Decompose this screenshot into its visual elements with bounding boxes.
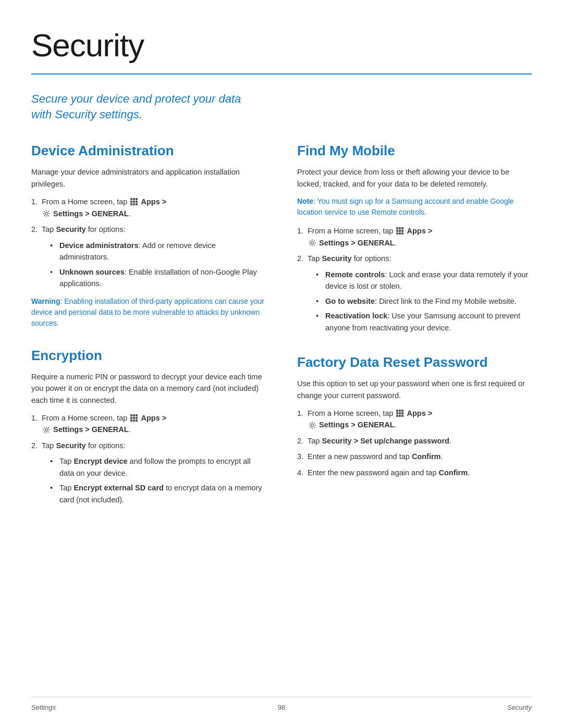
apps-label: Apps > bbox=[141, 198, 166, 206]
factory-reset-step-2: 2. Tap Security > Set up/change password… bbox=[297, 435, 532, 447]
tap-confirm: Confirm bbox=[412, 452, 441, 461]
encryption-heading: Encryption bbox=[31, 346, 266, 366]
right-column: Find My Mobile Protect your device from … bbox=[297, 141, 532, 512]
warning-label: Warning bbox=[31, 297, 60, 305]
factory-reset-steps: 1. From a Home screen, tap Apps > Set bbox=[297, 408, 532, 478]
step-number: 2. bbox=[31, 224, 38, 235]
encryption-section: Encryption Require a numeric PIN or pass… bbox=[31, 346, 266, 506]
footer-right: Security bbox=[507, 702, 532, 713]
bullet-bold: Encrypt device bbox=[74, 457, 127, 465]
step-number: 2. bbox=[297, 253, 303, 264]
left-column: Device Administration Manage your device… bbox=[31, 141, 266, 512]
tap-security-set-password: Security > Set up/change password bbox=[322, 437, 449, 445]
note-label: Note bbox=[297, 197, 313, 205]
svg-point-0 bbox=[45, 212, 48, 215]
find-my-mobile-heading: Find My Mobile bbox=[297, 141, 532, 161]
apps-label: Apps > bbox=[407, 409, 432, 417]
bullet-unknown-sources: Unknown sources: Enable installation of … bbox=[50, 266, 266, 290]
step-number: 1. bbox=[31, 412, 38, 424]
find-my-mobile-section: Find My Mobile Protect your device from … bbox=[297, 141, 532, 334]
bullet-bold: Unknown sources bbox=[59, 268, 125, 276]
factory-reset-step-4: 4. Enter the new password again and tap … bbox=[297, 467, 532, 478]
bullet-bold: Remote controls bbox=[325, 270, 385, 279]
title-divider bbox=[31, 73, 532, 75]
device-admin-warning: Warning: Enabling installation of third-… bbox=[31, 296, 266, 329]
factory-reset-step-3: 3. Enter a new password and tap Confirm. bbox=[297, 451, 532, 462]
step-number: 4. bbox=[297, 467, 303, 478]
apps-icon bbox=[130, 414, 138, 422]
settings-label: Settings > GENERAL bbox=[53, 209, 129, 218]
find-my-mobile-intro: Protect your device from loss or theft a… bbox=[297, 166, 532, 190]
apps-icon bbox=[130, 198, 138, 205]
settings-label: Settings > GENERAL bbox=[319, 421, 395, 429]
settings-label: Settings > GENERAL bbox=[319, 239, 395, 247]
footer-page-number: 98 bbox=[278, 702, 285, 713]
encryption-bullets: Tap Encrypt device and follow the prompt… bbox=[50, 455, 266, 505]
step-number: 3. bbox=[297, 451, 303, 462]
step-number: 1. bbox=[31, 196, 38, 207]
apps-label: Apps > bbox=[407, 227, 432, 235]
bullet-encrypt-sd: Tap Encrypt external SD card to encrypt … bbox=[50, 482, 266, 505]
page-title: Security bbox=[31, 21, 532, 69]
find-my-mobile-note: Note: You must sign up for a Samsung acc… bbox=[297, 196, 532, 218]
bullet-go-to-website: Go to website: Direct link to the Find m… bbox=[316, 295, 532, 307]
step-number: 2. bbox=[31, 440, 38, 451]
device-admin-heading: Device Administration bbox=[31, 141, 266, 161]
find-my-mobile-step-2: 2. Tap Security for options: Remote cont… bbox=[297, 253, 532, 334]
tap-confirm-2: Confirm bbox=[439, 468, 468, 477]
factory-reset-heading: Factory Data Reset Password bbox=[297, 352, 532, 373]
gear-icon bbox=[309, 239, 316, 246]
gear-icon bbox=[43, 210, 50, 217]
factory-reset-step-1: 1. From a Home screen, tap Apps > Set bbox=[297, 408, 532, 431]
gear-icon bbox=[43, 426, 50, 434]
svg-point-1 bbox=[45, 428, 48, 431]
tap-security: Security bbox=[56, 225, 85, 233]
find-my-mobile-steps: 1. From a Home screen, tap Apps > Set bbox=[297, 225, 532, 334]
footer-left: Settings bbox=[31, 702, 56, 713]
encryption-intro: Require a numeric PIN or password to dec… bbox=[31, 371, 266, 406]
apps-icon bbox=[396, 227, 403, 235]
two-col-layout: Device Administration Manage your device… bbox=[31, 141, 532, 512]
bullet-device-admins: Device administrators: Add or remove dev… bbox=[50, 240, 266, 263]
device-admin-step-2: 2. Tap Security for options: Device admi… bbox=[31, 224, 266, 289]
bullet-remote-controls: Remote controls: Lock and erase your dat… bbox=[316, 269, 532, 292]
tap-security: Security bbox=[56, 441, 85, 450]
page-footer: Settings 98 Security bbox=[31, 697, 532, 713]
encryption-step-1: 1. From a Home screen, tap Apps > Set bbox=[31, 412, 266, 436]
tagline: Secure your device and protect your data… bbox=[31, 91, 255, 122]
gear-icon bbox=[309, 422, 316, 429]
find-my-mobile-bullets: Remote controls: Lock and erase your dat… bbox=[316, 269, 532, 334]
device-admin-step-1: 1. From a Home screen, tap Apps > Set bbox=[31, 196, 266, 219]
device-admin-steps: 1. From a Home screen, tap Apps > Set bbox=[31, 196, 266, 289]
bullet-bold: Encrypt external SD card bbox=[74, 484, 163, 492]
bullet-bold: Reactivation lock bbox=[325, 312, 387, 320]
bullet-encrypt-device: Tap Encrypt device and follow the prompt… bbox=[50, 455, 266, 479]
step-number: 1. bbox=[297, 225, 303, 237]
find-my-mobile-step-1: 1. From a Home screen, tap Apps > Set bbox=[297, 225, 532, 249]
step-number: 1. bbox=[297, 408, 303, 419]
bullet-bold: Go to website bbox=[325, 297, 375, 305]
device-admin-intro: Manage your device administrators and ap… bbox=[31, 166, 266, 190]
svg-point-3 bbox=[311, 424, 314, 426]
svg-point-2 bbox=[311, 241, 314, 244]
apps-label: Apps > bbox=[141, 414, 166, 422]
device-admin-bullets: Device administrators: Add or remove dev… bbox=[50, 240, 266, 290]
encryption-step-2: 2. Tap Security for options: Tap Encrypt… bbox=[31, 440, 266, 505]
factory-reset-intro: Use this option to set up your password … bbox=[297, 378, 532, 401]
encryption-steps: 1. From a Home screen, tap Apps > Set bbox=[31, 412, 266, 505]
bullet-reactivation-lock: Reactivation lock: Use your Samsung acco… bbox=[316, 310, 532, 334]
settings-label: Settings > GENERAL bbox=[53, 425, 129, 434]
step-number: 2. bbox=[297, 435, 303, 447]
tap-security: Security bbox=[322, 254, 351, 263]
factory-reset-section: Factory Data Reset Password Use this opt… bbox=[297, 352, 532, 478]
bullet-bold: Device administrators bbox=[59, 241, 139, 250]
apps-icon bbox=[396, 410, 403, 417]
device-administration-section: Device Administration Manage your device… bbox=[31, 141, 266, 328]
